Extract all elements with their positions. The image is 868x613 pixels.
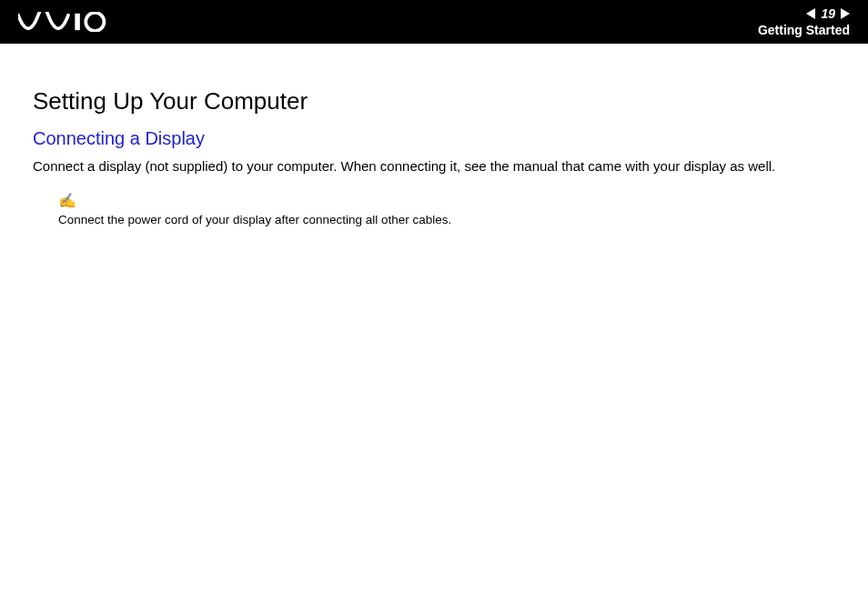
- page-number: 19: [819, 6, 837, 21]
- header-bar: 19 Getting Started: [0, 0, 868, 44]
- prev-page-arrow-icon[interactable]: [806, 8, 815, 19]
- note-pencil-icon: ✍: [58, 192, 835, 209]
- note-text: Connect the power cord of your display a…: [58, 213, 451, 226]
- vaio-logo-svg: [18, 12, 118, 32]
- svg-point-1: [86, 13, 104, 31]
- header-right: 19 Getting Started: [758, 6, 850, 37]
- page-navigation: 19: [806, 6, 850, 21]
- svg-rect-0: [75, 14, 80, 30]
- section-name: Getting Started: [758, 23, 850, 37]
- body-text: Connect a display (not supplied) to your…: [33, 156, 835, 176]
- next-page-arrow-icon[interactable]: [841, 8, 850, 19]
- vaio-logo: [18, 12, 118, 32]
- note-block: ✍ Connect the power cord of your display…: [33, 192, 835, 227]
- sub-heading: Connecting a Display: [33, 128, 835, 149]
- page-content: Setting Up Your Computer Connecting a Di…: [0, 44, 868, 227]
- main-heading: Setting Up Your Computer: [33, 87, 835, 116]
